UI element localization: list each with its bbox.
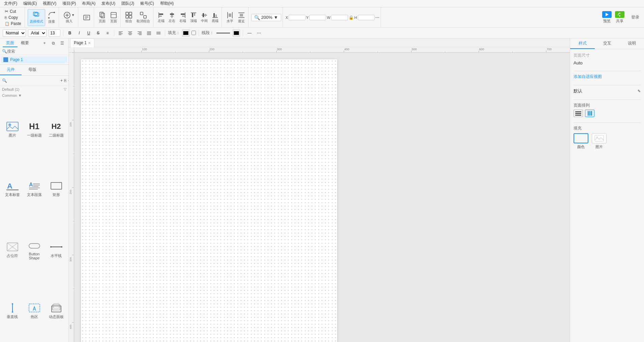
text-align-justify[interactable]	[145, 29, 153, 37]
svg-point-68	[8, 123, 11, 126]
copy-button[interactable]: ⎘ Copy	[3, 15, 23, 21]
svg-rect-13	[111, 12, 116, 18]
font-size-input[interactable]	[49, 29, 60, 37]
align-middle-icon	[201, 12, 208, 19]
comp-placeholder[interactable]: 占位符	[2, 220, 23, 281]
italic-button[interactable]: I	[76, 29, 83, 37]
desc-tab[interactable]: 说明	[619, 38, 644, 49]
comp-copy-icon[interactable]: ⎘	[64, 77, 66, 84]
underline-button[interactable]: U	[85, 29, 92, 37]
page-options-icon[interactable]: ⧉	[50, 39, 57, 47]
comp-search-input[interactable]	[8, 78, 59, 83]
menu-edit[interactable]: 编辑(E)	[21, 0, 39, 7]
cut-button[interactable]: ✂ Cut	[3, 8, 23, 15]
page-item[interactable]: Page 1	[1, 56, 67, 63]
align-left-button[interactable]: 左端	[156, 9, 166, 26]
fill-color-box	[574, 133, 588, 143]
strikethrough-button[interactable]: S	[94, 29, 102, 37]
insert-button[interactable]: ▼ 插入	[62, 9, 77, 26]
comp-text-label[interactable]: A 文本标签	[2, 160, 23, 218]
x-input[interactable]	[289, 15, 305, 20]
preview-button[interactable]: 预览	[602, 11, 612, 24]
align-bottom-button[interactable]: 底端	[210, 9, 220, 26]
masters-tab[interactable]: 母版	[22, 65, 43, 75]
comp-h1[interactable]: H1 一级标题	[24, 101, 45, 159]
comp-more-icon[interactable]: ⋯	[68, 77, 68, 84]
collapse-icon[interactable]: ▽	[64, 87, 66, 91]
align-center-button[interactable]: 左右	[167, 9, 177, 26]
align-middle-button[interactable]: 中间	[199, 9, 209, 26]
comp-rect[interactable]: 矩形	[46, 160, 66, 218]
comp-h2[interactable]: H2 二级标题	[46, 101, 66, 159]
comp-vline[interactable]: 垂直线	[2, 282, 23, 340]
align-top-button[interactable]: 顶端	[188, 9, 199, 26]
stroke-options[interactable]: ⋯	[255, 29, 263, 37]
components-tab[interactable]: 元件	[0, 65, 22, 75]
h-input[interactable]	[358, 15, 375, 20]
fill-color-option[interactable]: 颜色	[574, 133, 588, 149]
text-align-center[interactable]	[126, 29, 134, 37]
w-input[interactable]	[331, 15, 348, 20]
menu-view[interactable]: 视图(V)	[40, 0, 59, 7]
svg-point-2	[54, 12, 55, 13]
outline-tab[interactable]: 概要	[18, 39, 32, 47]
fill-checkbox[interactable]	[192, 31, 196, 35]
comp-hotspot[interactable]: 热区	[24, 282, 45, 340]
font-family-select[interactable]: Arial	[28, 29, 47, 37]
text-align-right[interactable]	[136, 29, 143, 37]
canvas-scroll[interactable]	[74, 53, 570, 342]
ruler-corner	[69, 47, 74, 53]
page2-button[interactable]: 页面	[108, 9, 119, 26]
menu-team[interactable]: 团队(J)	[119, 0, 137, 7]
connect-button[interactable]: 连接	[46, 9, 57, 26]
add-page-icon[interactable]: +	[41, 39, 48, 47]
menu-project[interactable]: 项目(P)	[60, 0, 79, 7]
login-button[interactable]: 登录	[628, 13, 643, 22]
fill-color-picker[interactable]	[182, 29, 189, 37]
tab-close-icon[interactable]: ✕	[88, 41, 91, 45]
comp-dynamic[interactable]: 动态面板	[46, 282, 66, 340]
page-search-input[interactable]	[7, 49, 66, 54]
insert-icon	[63, 11, 71, 19]
distribute-v-button[interactable]: 最近	[236, 9, 247, 26]
menu-layout[interactable]: 布局(A)	[79, 0, 98, 7]
comp-button-shape[interactable]: Button Shape	[24, 220, 45, 281]
stroke-none[interactable]: —	[246, 29, 253, 37]
page-button[interactable]: 页面	[97, 9, 108, 26]
arrange-vertical-icon[interactable]	[574, 110, 583, 117]
menu-account[interactable]: 账号(C)	[138, 0, 157, 7]
menu-publish[interactable]: 发布(U)	[99, 0, 118, 7]
group-button[interactable]: 组合	[123, 9, 134, 26]
arrange-horizontal-icon[interactable]	[585, 110, 594, 117]
menu-file[interactable]: 文件(F)	[1, 0, 20, 7]
comp-text-para[interactable]: A 文本段落	[24, 160, 45, 218]
stroke-color-picker[interactable]	[233, 29, 240, 37]
align-right-button[interactable]: 右端	[178, 9, 188, 26]
comp-hline[interactable]: 水平线	[46, 220, 66, 281]
ungroup-button[interactable]: 取消组合	[135, 9, 152, 26]
select-mode-button[interactable]: 选择模式	[28, 9, 45, 26]
paste-button[interactable]: 📋 Paste	[3, 21, 23, 27]
y-input[interactable]	[309, 15, 326, 20]
menu-help[interactable]: 帮助(H)	[157, 0, 177, 7]
default-edit-icon[interactable]: ✎	[638, 89, 641, 93]
style-tab[interactable]: 样式	[570, 38, 595, 49]
distribute-h-button[interactable]: 水平	[225, 9, 235, 26]
fill-image-option[interactable]: 图片	[592, 133, 607, 149]
font-style-select[interactable]: Normal	[3, 29, 26, 37]
text-align-justify2[interactable]	[155, 29, 162, 37]
zoom-control[interactable]: 🔍 200% ▼	[251, 14, 281, 21]
outline-button[interactable]	[81, 9, 92, 26]
share-button[interactable]: 共享	[615, 11, 624, 24]
comp-add-icon[interactable]: +	[60, 77, 63, 84]
text-align-left[interactable]	[117, 29, 124, 37]
page-tab-1[interactable]: Page 1 ✕	[70, 38, 94, 47]
pages-tab[interactable]: 页面	[3, 39, 18, 47]
bold-button[interactable]: B	[66, 29, 74, 37]
divider-1	[574, 71, 641, 71]
adaptive-link[interactable]: 添加自适应视图	[574, 74, 602, 79]
page-menu-icon[interactable]: ☰	[58, 39, 66, 47]
list-button[interactable]: ≡	[104, 29, 111, 37]
interact-tab[interactable]: 交互	[595, 38, 619, 49]
comp-image[interactable]: 图片	[2, 101, 23, 159]
